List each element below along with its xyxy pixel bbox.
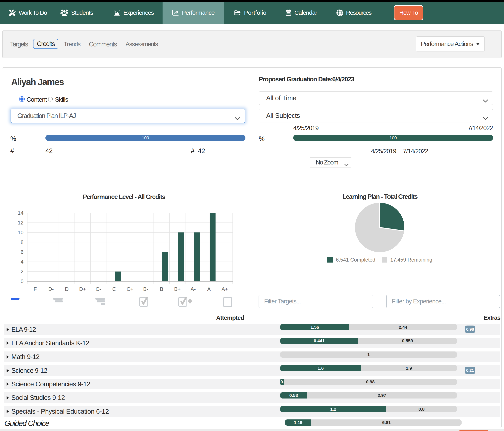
svg-text:17.459 Remaining: 17.459 Remaining xyxy=(390,257,432,263)
svg-text:B+: B+ xyxy=(174,286,181,292)
svg-text:D-: D- xyxy=(48,286,54,292)
svg-text:4: 4 xyxy=(21,259,24,265)
svg-text:B-: B- xyxy=(143,286,148,292)
svg-text:Learning Plan - Total Credits: Learning Plan - Total Credits xyxy=(342,193,418,200)
svg-text:A: A xyxy=(207,286,211,292)
svg-text:C: C xyxy=(112,286,116,292)
svg-text:A-: A- xyxy=(191,286,196,292)
svg-text:D: D xyxy=(65,286,69,292)
svg-text:10: 10 xyxy=(18,229,24,235)
svg-text:8: 8 xyxy=(21,239,24,245)
svg-text:12: 12 xyxy=(18,220,24,226)
svg-text:C+: C+ xyxy=(126,286,133,292)
svg-text:14: 14 xyxy=(18,210,24,216)
svg-text:6: 6 xyxy=(21,249,24,255)
svg-text:D+: D+ xyxy=(79,286,86,292)
svg-text:A+: A+ xyxy=(222,286,228,292)
svg-text:C-: C- xyxy=(96,286,101,292)
svg-text:6.541 Completed: 6.541 Completed xyxy=(336,257,375,263)
svg-text:0: 0 xyxy=(21,278,24,284)
svg-text:B: B xyxy=(160,286,163,292)
svg-text:2: 2 xyxy=(21,268,24,275)
svg-text:F: F xyxy=(34,286,37,292)
svg-text:Performance Level - All Credit: Performance Level - All Credits xyxy=(83,193,165,200)
